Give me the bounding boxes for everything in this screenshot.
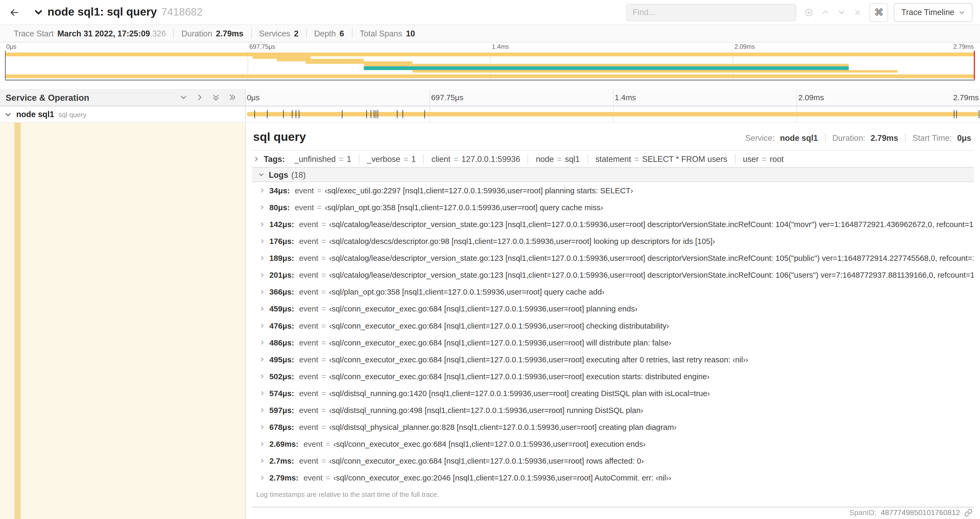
chevron-right-icon bbox=[259, 289, 265, 295]
deep-link-icon[interactable] bbox=[964, 508, 973, 517]
tag-key: _unfinished bbox=[294, 154, 336, 164]
minimap-right-marker[interactable] bbox=[974, 51, 975, 79]
log-entry[interactable]: 2.7ms: event = ‹sql/conn_executor_exec.g… bbox=[252, 452, 974, 469]
chevron-right-icon bbox=[259, 204, 265, 210]
log-entry[interactable]: 142μs: event = ‹sql/catalog/lease/descri… bbox=[252, 216, 974, 233]
timeline-header-left: Service & Operation bbox=[0, 89, 245, 106]
summary-value: 10 bbox=[406, 29, 415, 38]
summary-value: March 31 2022, 17:25:09 bbox=[57, 29, 150, 38]
summary-item: Services 2 bbox=[251, 29, 306, 38]
log-timestamp: 486μs: bbox=[269, 338, 294, 347]
meta-item: Start Time: 0μs bbox=[905, 133, 973, 143]
collapse-all-icon[interactable] bbox=[228, 93, 236, 101]
log-field-key: event bbox=[299, 338, 318, 347]
span-indent-guide bbox=[14, 123, 21, 519]
log-field-key: event bbox=[299, 457, 318, 465]
logs-list: 34μs: event = ‹sql/exec_util.go:2297 [ns… bbox=[252, 182, 974, 486]
log-field-value: ‹sql/conn_executor_exec.go:2046 [nsql1,c… bbox=[334, 473, 671, 482]
span-id-value: 4877749850101760812 bbox=[881, 508, 960, 517]
tag-value: SELECT * FROM users bbox=[642, 154, 727, 164]
chevron-right-icon bbox=[259, 255, 265, 261]
log-equals: = bbox=[326, 473, 330, 482]
grid-line bbox=[613, 89, 613, 106]
command-key-icon: ⌘ bbox=[874, 6, 884, 18]
log-entry[interactable]: 574μs: event = ‹sql/distsql_running.go:1… bbox=[252, 385, 974, 402]
summary-label: Depth bbox=[314, 29, 336, 38]
trace-view-dropdown[interactable]: Trace Timeline bbox=[894, 3, 972, 22]
timeline-body: sql query Service: node sql1 Duration: 2… bbox=[0, 123, 980, 519]
chevron-right-icon bbox=[259, 306, 265, 311]
log-entry[interactable]: 80μs: event = ‹sql/plan_opt.go:358 [nsql… bbox=[252, 199, 974, 216]
tags-accordion[interactable]: Tags: _unfinished=1 _verbose=1 client=12… bbox=[252, 151, 974, 167]
time-tick-label: 697.75μs bbox=[250, 43, 275, 50]
find-input[interactable] bbox=[633, 7, 790, 17]
collapse-one-icon[interactable] bbox=[196, 93, 204, 101]
minimap-canvas[interactable] bbox=[5, 51, 975, 81]
minimap-left-handle[interactable] bbox=[5, 51, 6, 79]
meta-item: Duration: 2.79ms bbox=[825, 133, 905, 143]
time-tick-label: 2.79ms bbox=[953, 93, 979, 102]
log-entry[interactable]: 476μs: event = ‹sql/conn_executor_exec.g… bbox=[252, 317, 974, 334]
find-box bbox=[627, 3, 796, 21]
log-entry[interactable]: 459μs: event = ‹sql/conn_executor_exec.g… bbox=[252, 300, 974, 317]
time-tick-label: 1.4ms bbox=[492, 43, 509, 50]
chevron-right-icon bbox=[259, 441, 265, 447]
meta-item: Service: node sql1 bbox=[738, 133, 825, 143]
span-detail-header: sql query Service: node sql1 Duration: 2… bbox=[252, 123, 974, 151]
log-timestamp: 2.69ms: bbox=[269, 440, 299, 448]
focus-search-icon[interactable] bbox=[805, 8, 813, 17]
log-field-key: event bbox=[299, 304, 318, 313]
summary-item: Depth 6 bbox=[306, 29, 352, 38]
log-entry[interactable]: 366μs: event = ‹sql/plan_opt.go:358 [nsq… bbox=[252, 284, 974, 300]
summary-value: 2 bbox=[294, 29, 299, 38]
expand-all-icon[interactable] bbox=[212, 93, 220, 101]
log-entry[interactable]: 176μs: event = ‹sql/catalog/descs/descri… bbox=[252, 233, 974, 250]
log-entry[interactable]: 2.79ms: event = ‹sql/conn_executor_exec.… bbox=[252, 469, 974, 486]
tag: _verbose=1 bbox=[359, 154, 416, 164]
log-entry[interactable]: 2.69ms: event = ‹sql/conn_executor_exec.… bbox=[252, 435, 974, 452]
log-entry[interactable]: 486μs: event = ‹sql/conn_executor_exec.g… bbox=[252, 334, 974, 351]
timeline-header: Service & Operation 0μs697.75μs1.4ms2.09… bbox=[0, 89, 980, 106]
clear-search-icon[interactable] bbox=[854, 8, 861, 16]
minimap-span-bar bbox=[5, 53, 975, 56]
meta-value: 0μs bbox=[957, 133, 971, 143]
collapse-trace-header-icon[interactable] bbox=[34, 7, 43, 17]
log-entry[interactable]: 201μs: event = ‹sql/catalog/lease/descri… bbox=[252, 267, 974, 284]
prev-result-icon[interactable] bbox=[821, 8, 830, 16]
log-field-value: ‹sql/catalog/lease/descriptor_version_st… bbox=[329, 271, 974, 279]
log-field-value: ‹sql/distsql_physical_planner.go:828 [ns… bbox=[329, 423, 676, 431]
log-field-key: event bbox=[304, 473, 323, 482]
log-entry[interactable]: 678μs: event = ‹sql/distsql_physical_pla… bbox=[252, 418, 974, 435]
tags-heading: Tags: bbox=[264, 154, 285, 164]
log-field-key: event bbox=[299, 254, 318, 262]
back-button[interactable] bbox=[0, 0, 29, 24]
meta-label: Service: bbox=[745, 133, 775, 143]
log-entry[interactable]: 189μs: event = ‹sql/catalog/lease/descri… bbox=[252, 250, 974, 267]
log-entry[interactable]: 597μs: event = ‹sql/distsql_running.go:4… bbox=[252, 402, 974, 418]
log-field-value: ‹sql/conn_executor_exec.go:684 [nsql1,cl… bbox=[334, 440, 646, 448]
log-entry[interactable]: 34μs: event = ‹sql/exec_util.go:2297 [ns… bbox=[252, 182, 974, 199]
log-equals: = bbox=[317, 186, 321, 195]
chevron-down-icon[interactable] bbox=[5, 110, 12, 118]
log-marker-tick bbox=[374, 110, 374, 118]
log-field-key: event bbox=[299, 355, 318, 364]
next-result-icon[interactable] bbox=[838, 8, 846, 16]
summary-label: Services bbox=[259, 29, 290, 38]
log-timestamp: 142μs: bbox=[269, 220, 294, 228]
keyboard-shortcuts-button[interactable]: ⌘ bbox=[870, 3, 888, 22]
log-entry[interactable]: 495μs: event = ‹sql/conn_executor_exec.g… bbox=[252, 351, 974, 368]
span-detail-title: sql query bbox=[253, 130, 306, 144]
span-row-label[interactable]: node sql1 sql query bbox=[0, 106, 245, 122]
log-timestamp: 189μs: bbox=[269, 254, 294, 262]
log-timestamp: 366μs: bbox=[269, 287, 294, 296]
tag-key: node bbox=[536, 154, 554, 164]
log-field-key: event bbox=[295, 203, 314, 212]
log-entry[interactable]: 502μs: event = ‹sql/conn_executor_exec.g… bbox=[252, 368, 974, 385]
logs-accordion[interactable]: Logs (18) bbox=[252, 167, 974, 182]
log-field-key: event bbox=[295, 186, 314, 195]
expand-one-icon[interactable] bbox=[180, 93, 188, 101]
tag: node=sql1 bbox=[528, 154, 580, 164]
log-timestamp: 502μs: bbox=[269, 372, 294, 380]
topbar-actions: ⌘ Trace Timeline bbox=[627, 3, 973, 22]
tags-list: _unfinished=1 _verbose=1 client=127.0.0.… bbox=[294, 154, 784, 164]
